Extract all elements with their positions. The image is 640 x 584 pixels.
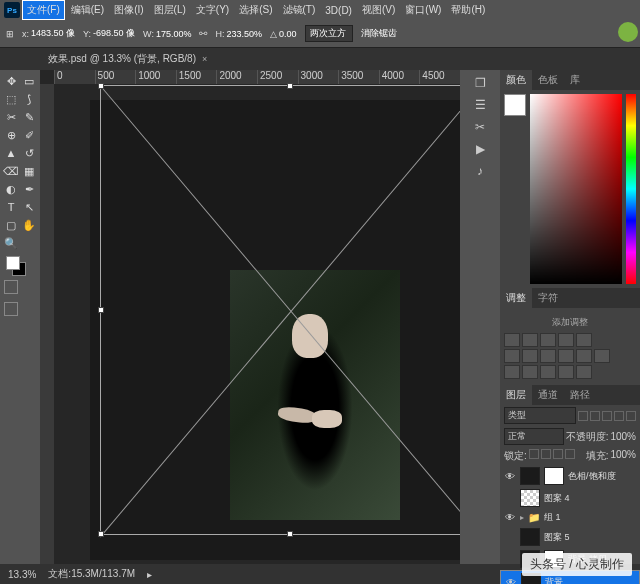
- visibility-icon[interactable]: 👁: [504, 512, 516, 523]
- dodge-tool-icon[interactable]: ◐: [2, 180, 20, 198]
- tab-swatches[interactable]: 色板: [532, 70, 564, 90]
- tab-color[interactable]: 颜色: [500, 70, 532, 90]
- info-icon[interactable]: ▶: [476, 142, 485, 156]
- adj-hue-icon[interactable]: [504, 349, 520, 363]
- fg-swatch[interactable]: [504, 94, 526, 116]
- quickmask-icon[interactable]: [4, 280, 18, 294]
- adj-gradmap-icon[interactable]: [558, 365, 574, 379]
- tab-adjustments[interactable]: 调整: [500, 288, 532, 308]
- doc-size[interactable]: 文档:15.3M/113.7M: [48, 567, 135, 581]
- menu-3d[interactable]: 3D(D): [321, 3, 356, 18]
- gradient-tool-icon[interactable]: ▦: [20, 162, 38, 180]
- brush-tool-icon[interactable]: ✐: [20, 126, 38, 144]
- lock-trans-icon[interactable]: [529, 449, 539, 459]
- menu-window[interactable]: 窗口(W): [401, 1, 445, 19]
- adj-mixer-icon[interactable]: [576, 349, 592, 363]
- visibility-icon[interactable]: 👁: [504, 471, 516, 482]
- adj-bw-icon[interactable]: [540, 349, 556, 363]
- tab-character[interactable]: 字符: [532, 288, 564, 308]
- tab-libraries[interactable]: 库: [564, 70, 586, 90]
- actions-icon[interactable]: ♪: [477, 164, 483, 178]
- transform-handle[interactable]: [98, 531, 104, 537]
- history-icon[interactable]: ❐: [475, 76, 486, 90]
- tab-paths[interactable]: 路径: [564, 385, 596, 405]
- artboard-tool-icon[interactable]: ▭: [20, 72, 38, 90]
- layer-kind-dropdown[interactable]: 类型: [504, 407, 576, 424]
- screenmode-icon[interactable]: [4, 302, 18, 316]
- filter-adj-icon[interactable]: [590, 411, 600, 421]
- hand-tool-icon[interactable]: ✋: [20, 216, 38, 234]
- pen-tool-icon[interactable]: ✒: [20, 180, 38, 198]
- menu-type[interactable]: 文字(Y): [192, 1, 233, 19]
- lock-all-icon[interactable]: [565, 449, 575, 459]
- filter-pixel-icon[interactable]: [578, 411, 588, 421]
- transform-angle[interactable]: 0.00: [279, 29, 297, 39]
- adj-selective-icon[interactable]: [576, 365, 592, 379]
- transform-x[interactable]: 1483.50 像: [31, 27, 75, 40]
- crop-tool-icon[interactable]: ✂: [2, 108, 20, 126]
- color-picker[interactable]: [530, 94, 622, 284]
- close-tab-icon[interactable]: ×: [202, 54, 207, 64]
- visibility-icon[interactable]: 👁: [505, 577, 517, 585]
- adj-levels-icon[interactable]: [522, 333, 538, 347]
- adj-vibrance-icon[interactable]: [576, 333, 592, 347]
- blend-mode-dropdown[interactable]: 正常: [504, 428, 564, 445]
- stamp-tool-icon[interactable]: ▲: [2, 144, 20, 162]
- menu-edit[interactable]: 编辑(E): [67, 1, 108, 19]
- adj-lookup-icon[interactable]: [594, 349, 610, 363]
- tab-channels[interactable]: 通道: [532, 385, 564, 405]
- menu-view[interactable]: 视图(V): [358, 1, 399, 19]
- transform-h[interactable]: 233.50%: [226, 29, 262, 39]
- marquee-tool-icon[interactable]: ⬚: [2, 90, 20, 108]
- menu-filter[interactable]: 滤镜(T): [279, 1, 320, 19]
- lock-pixel-icon[interactable]: [541, 449, 551, 459]
- opacity-value[interactable]: 100%: [610, 431, 636, 442]
- tab-layers[interactable]: 图层: [500, 385, 532, 405]
- type-tool-icon[interactable]: T: [2, 198, 20, 216]
- filter-shape-icon[interactable]: [614, 411, 624, 421]
- layer-item[interactable]: 👁色相/饱和度: [500, 465, 640, 487]
- lock-pos-icon[interactable]: [553, 449, 563, 459]
- transform-y[interactable]: -698.50 像: [93, 27, 135, 40]
- filter-smart-icon[interactable]: [626, 411, 636, 421]
- adj-invert-icon[interactable]: [504, 365, 520, 379]
- transform-handle[interactable]: [98, 307, 104, 313]
- path-tool-icon[interactable]: ↖: [20, 198, 38, 216]
- menu-file[interactable]: 文件(F): [22, 0, 65, 20]
- adj-threshold-icon[interactable]: [540, 365, 556, 379]
- link-icon[interactable]: ⚯: [199, 28, 207, 39]
- transform-handle[interactable]: [287, 83, 293, 89]
- zoom-tool-icon[interactable]: 🔍: [2, 234, 20, 252]
- hue-slider[interactable]: [626, 94, 636, 284]
- cc-status-icon[interactable]: [618, 22, 638, 42]
- lasso-tool-icon[interactable]: ⟆: [20, 90, 38, 108]
- transform-handle[interactable]: [287, 531, 293, 537]
- menu-layer[interactable]: 图层(L): [150, 1, 190, 19]
- adj-exposure-icon[interactable]: [558, 333, 574, 347]
- eyedropper-tool-icon[interactable]: ✎: [20, 108, 38, 126]
- eraser-tool-icon[interactable]: ⌫: [2, 162, 20, 180]
- menu-image[interactable]: 图像(I): [110, 1, 147, 19]
- move-tool-icon[interactable]: ✥: [2, 72, 20, 90]
- layer-group[interactable]: 👁▸📁组 1: [500, 509, 640, 526]
- properties-icon[interactable]: ☰: [475, 98, 486, 112]
- shape-tool-icon[interactable]: ▢: [2, 216, 20, 234]
- adj-poster-icon[interactable]: [522, 365, 538, 379]
- adj-balance-icon[interactable]: [522, 349, 538, 363]
- transform-bounding-box[interactable]: [100, 85, 460, 535]
- interpolation-dropdown[interactable]: 两次立方: [305, 25, 353, 42]
- adj-brightness-icon[interactable]: [504, 333, 520, 347]
- layer-item[interactable]: 图案 4: [500, 487, 640, 509]
- anchor-icon[interactable]: ⊞: [6, 29, 14, 39]
- healing-tool-icon[interactable]: ⊕: [2, 126, 20, 144]
- adj-curves-icon[interactable]: [540, 333, 556, 347]
- fill-value[interactable]: 100%: [610, 449, 636, 463]
- history-brush-icon[interactable]: ↺: [20, 144, 38, 162]
- transform-handle[interactable]: [98, 83, 104, 89]
- document-tab[interactable]: 效果.psd @ 13.3% (背景, RGB/8)×: [40, 50, 215, 68]
- zoom-level[interactable]: 13.3%: [8, 569, 36, 580]
- transform-w[interactable]: 175.00%: [156, 29, 192, 39]
- menu-help[interactable]: 帮助(H): [447, 1, 489, 19]
- filter-type-icon[interactable]: [602, 411, 612, 421]
- layer-item[interactable]: 图案 5: [500, 526, 640, 548]
